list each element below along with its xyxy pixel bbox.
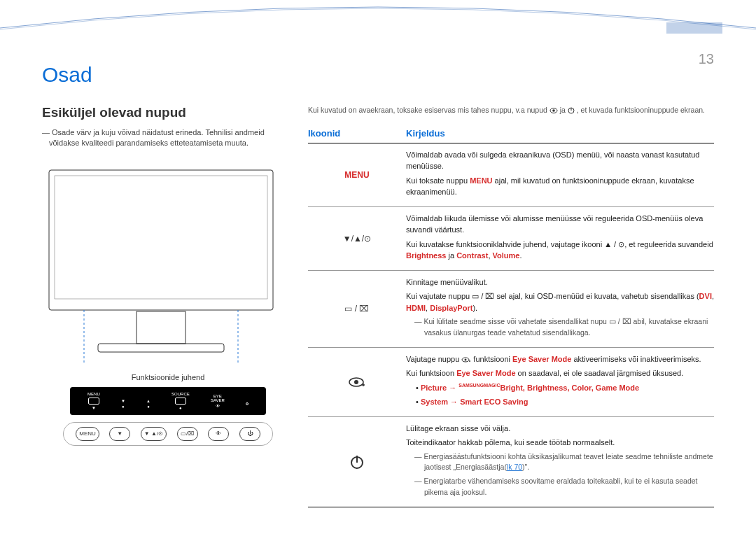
r2-p1: Võimaldab liikuda ülemisse või alumisse … <box>406 213 714 236</box>
panel-source: SOURCE● <box>172 392 190 410</box>
top-note: Kui kuvatud on avaekraan, toksake esiser… <box>308 105 714 115</box>
r3-p1: Kinnitage menüüvalikut. <box>406 276 714 288</box>
eye-plus-icon-inline <box>461 356 471 363</box>
monitor-illustration <box>42 163 294 369</box>
r5-p2: Toiteindikaator hakkab põlema, kui seade… <box>406 437 714 449</box>
panel-eyesaver: EYE SAVER👁 <box>211 394 225 408</box>
pill-updown: ▼ ▲/⊙ <box>141 427 167 441</box>
table-row: Lülitage ekraan sisse või välja. Toitein… <box>308 417 714 507</box>
function-guide-label: Funktsioonide juhend <box>42 373 294 381</box>
svg-rect-2 <box>136 311 186 344</box>
button-panel-black: MENU▼ ▼● ▲● SOURCE● EYE SAVER👁 <box>70 387 266 415</box>
panel-down: ▼● <box>121 393 125 409</box>
svg-point-11 <box>354 380 358 384</box>
row-icon-updown: ▼/▲/⊙ <box>308 213 406 265</box>
svg-rect-0 <box>49 170 273 310</box>
power-icon <box>568 107 575 114</box>
section-title: Esiküljel olevad nupud <box>42 105 294 120</box>
page-number: 13 <box>699 51 714 67</box>
svg-rect-3 <box>98 344 224 352</box>
r4-b2: System → Smart ECO Saving <box>406 396 714 408</box>
page-link[interactable]: lk 70 <box>507 463 522 471</box>
pill-source: ▭/⌧ <box>177 427 198 441</box>
svg-point-13 <box>465 358 467 360</box>
th-icons: Ikoonid <box>308 128 406 139</box>
r5-sub2: Energiatarbe vähendamiseks soovitame era… <box>406 476 714 498</box>
r2-p2: Kui kuvatakse funktsiooniklahvide juhend… <box>406 239 714 262</box>
intro-note: Osade värv ja kuju võivad näidatust erin… <box>42 127 294 149</box>
r4-p2: Kui funktsioon Eye Saver Mode on saadava… <box>406 367 714 379</box>
pill-eye: 👁 <box>208 427 229 441</box>
row-icon-menu: MENU <box>308 149 406 201</box>
table-header: Ikoonid Kirjeldus <box>308 128 714 143</box>
eye-plus-icon <box>348 375 366 389</box>
r3-sub: Kui lülitate seadme sisse või vahetate s… <box>406 316 714 339</box>
th-desc: Kirjeldus <box>406 128 445 139</box>
panel-menu: MENU▼ <box>88 392 100 410</box>
svg-rect-1 <box>55 176 267 299</box>
r1-p2: Kui toksate nuppu MENU ajal, mil kuvatud… <box>406 175 714 198</box>
r4-b1: Picture → SAMSUNGMAGICBright, Brightness… <box>406 382 714 394</box>
chapter-title: Osad <box>42 63 714 87</box>
eye-icon <box>550 107 558 114</box>
row-icon-power <box>308 423 406 501</box>
svg-point-7 <box>552 109 555 112</box>
table-row: ▭ / ⌧ Kinnitage menüüvalikut. Kui vajuta… <box>308 271 714 348</box>
table-row: ▼/▲/⊙ Võimaldab liikuda ülemisse või alu… <box>308 207 714 271</box>
pill-menu: MENU <box>76 427 99 441</box>
panel-power <box>246 397 248 405</box>
pill-power: ⏻ <box>239 427 260 441</box>
r5-sub1: Energiasäästufunktsiooni kohta üksikasja… <box>406 451 714 474</box>
power-icon-large <box>349 454 365 470</box>
r1-p1: Võimaldab avada või sulgeda ekraanikuva … <box>406 149 714 172</box>
panel-up: ▲● <box>146 393 150 409</box>
button-row-outline: MENU ▼ ▼ ▲/⊙ ▭/⌧ 👁 ⏻ <box>63 422 273 446</box>
r5-p1: Lülitage ekraan sisse või välja. <box>406 423 714 435</box>
r3-p2: Kui vajutate nuppu ▭ / ⌧ sel ajal, kui O… <box>406 290 714 314</box>
r4-p1: Vajutage nuppu funktsiooni Eye Saver Mod… <box>406 353 714 365</box>
pill-down: ▼ <box>109 427 130 441</box>
table-row: MENU Võimaldab avada või sulgeda ekraani… <box>308 143 714 207</box>
row-icon-eye <box>308 353 406 411</box>
row-icon-source: ▭ / ⌧ <box>308 276 406 342</box>
table-row: Vajutage nuppu funktsiooni Eye Saver Mod… <box>308 348 714 417</box>
